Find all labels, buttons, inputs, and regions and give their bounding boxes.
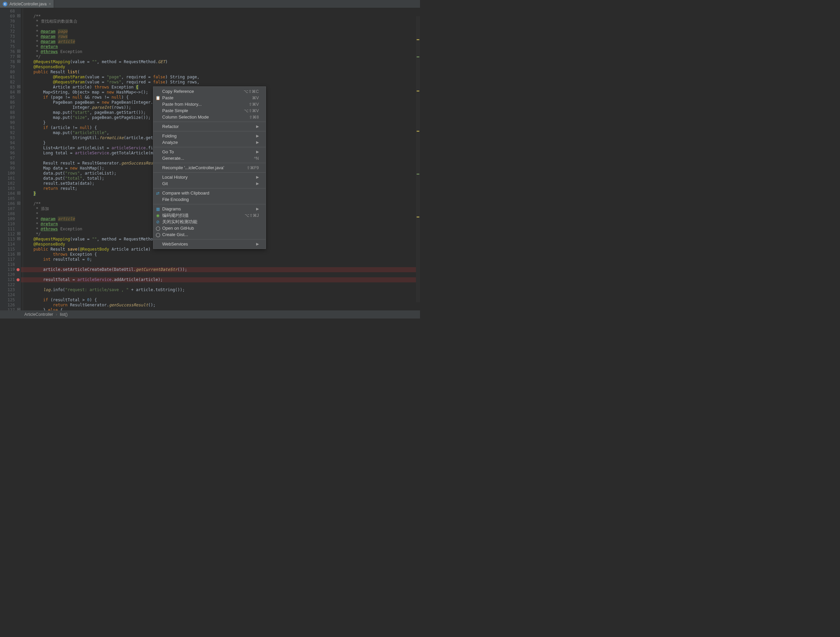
- line-number[interactable]: 99: [0, 166, 21, 171]
- menu-item[interactable]: Recompile '...icleController.java'⇧⌘F9: [153, 164, 265, 171]
- line-number[interactable]: 68: [0, 9, 21, 14]
- line-number[interactable]: 97: [0, 156, 21, 161]
- breakpoint-icon[interactable]: [17, 278, 20, 281]
- line-number[interactable]: 125: [0, 298, 21, 303]
- code-line[interactable]: /**: [24, 14, 420, 19]
- fold-icon[interactable]: −: [17, 252, 20, 255]
- line-number[interactable]: 78−: [0, 60, 21, 65]
- line-number[interactable]: 72: [0, 29, 21, 34]
- line-number[interactable]: 124: [0, 292, 21, 298]
- line-number[interactable]: 73: [0, 34, 21, 39]
- line-number[interactable]: 94: [0, 140, 21, 145]
- line-number[interactable]: 88: [0, 110, 21, 115]
- scrollbar-track[interactable]: [416, 16, 420, 302]
- line-number[interactable]: 80: [0, 69, 21, 75]
- line-number[interactable]: 100: [0, 171, 21, 176]
- line-number[interactable]: 92: [0, 130, 21, 136]
- menu-item[interactable]: ◉编码规约扫描⌥⇧⌘J: [153, 212, 265, 219]
- menu-item[interactable]: Copy Reference⌥⇧⌘C: [153, 88, 265, 95]
- line-number[interactable]: 79: [0, 65, 21, 69]
- menu-item[interactable]: ▦Diagrams▶: [153, 206, 265, 212]
- code-line[interactable]: if (resultTotal > 0) {: [24, 298, 420, 303]
- fold-icon[interactable]: −: [17, 55, 20, 58]
- menu-item[interactable]: Column Selection Mode⇧⌘8: [153, 114, 265, 120]
- line-number[interactable]: 126: [0, 303, 21, 308]
- line-number[interactable]: 74: [0, 39, 21, 44]
- breadcrumb-class[interactable]: ArticleController: [24, 312, 53, 317]
- code-line[interactable]: throws Exception {: [24, 252, 420, 257]
- menu-item[interactable]: ⊘关闭实时检测功能: [153, 219, 265, 225]
- line-number[interactable]: 105: [0, 196, 21, 201]
- code-line[interactable]: resultTotal = articleService.addArticle(…: [21, 277, 420, 282]
- fold-icon[interactable]: −: [17, 232, 20, 235]
- menu-item[interactable]: Paste from History...⇧⌘V: [153, 101, 265, 107]
- line-number[interactable]: 84−: [0, 90, 21, 95]
- line-number[interactable]: 108: [0, 211, 21, 216]
- fold-icon[interactable]: −: [17, 50, 20, 53]
- line-number[interactable]: 109: [0, 216, 21, 222]
- line-number[interactable]: 96: [0, 151, 21, 156]
- line-number[interactable]: 86: [0, 100, 21, 105]
- code-line[interactable]: @ResponseBody: [24, 65, 420, 69]
- code-line[interactable]: @RequestMapping(value = "", method = Req…: [24, 60, 420, 65]
- line-number[interactable]: 103: [0, 186, 21, 191]
- line-number[interactable]: 85: [0, 95, 21, 100]
- line-number[interactable]: 101: [0, 176, 21, 181]
- line-number[interactable]: 104−: [0, 191, 21, 196]
- code-line[interactable]: * @param article: [24, 39, 420, 44]
- fold-icon[interactable]: −: [17, 237, 20, 240]
- code-line[interactable]: log.info("request: article/save , " + ar…: [24, 287, 420, 292]
- code-line[interactable]: *: [24, 24, 420, 29]
- code-line[interactable]: article.setArticleCreateDate(DateUtil.ge…: [21, 267, 420, 272]
- breakpoint-icon[interactable]: [17, 268, 20, 271]
- menu-item[interactable]: Go To▶: [153, 148, 265, 155]
- line-number[interactable]: 114: [0, 242, 21, 247]
- line-number[interactable]: 70: [0, 19, 21, 24]
- menu-item[interactable]: Folding▶: [153, 133, 265, 139]
- code-line[interactable]: [24, 292, 420, 298]
- code-line[interactable]: public Result list(: [24, 69, 420, 75]
- code-line[interactable]: [24, 282, 420, 287]
- line-number[interactable]: 83−: [0, 85, 21, 90]
- line-number[interactable]: 77−: [0, 54, 21, 60]
- line-number[interactable]: 113−: [0, 237, 21, 242]
- line-number[interactable]: 106−: [0, 201, 21, 207]
- code-line[interactable]: * 查找相应的数据集合: [24, 19, 420, 24]
- line-number[interactable]: 90: [0, 120, 21, 125]
- menu-item[interactable]: Refactor▶: [153, 123, 265, 130]
- fold-icon[interactable]: −: [17, 85, 20, 88]
- line-number[interactable]: 69−: [0, 14, 21, 19]
- line-number[interactable]: 123: [0, 287, 21, 292]
- line-number[interactable]: 121: [0, 277, 21, 282]
- code-line[interactable]: @RequestParam(value = "rows", required =…: [24, 80, 420, 85]
- menu-item[interactable]: ⇄Compare with Clipboard: [153, 190, 265, 196]
- gutter[interactable]: 6869−70717273747576−77−78−7980818283−84−…: [0, 8, 21, 311]
- line-number[interactable]: 122: [0, 282, 21, 287]
- code-line[interactable]: * @param rows: [24, 34, 420, 39]
- menu-item[interactable]: WebServices▶: [153, 241, 265, 247]
- line-number[interactable]: 110: [0, 222, 21, 227]
- fold-icon[interactable]: −: [17, 90, 20, 93]
- line-number[interactable]: 102: [0, 181, 21, 186]
- line-number[interactable]: 112−: [0, 232, 21, 237]
- breadcrumb-method[interactable]: list(): [60, 312, 68, 317]
- code-line[interactable]: [24, 262, 420, 267]
- fold-icon[interactable]: −: [17, 60, 20, 63]
- line-number[interactable]: 91: [0, 125, 21, 130]
- line-number[interactable]: 119: [0, 267, 21, 272]
- menu-item[interactable]: Local History▶: [153, 174, 265, 180]
- code-line[interactable]: */: [24, 54, 420, 60]
- fold-icon[interactable]: −: [17, 202, 20, 205]
- line-number[interactable]: 118: [0, 262, 21, 267]
- code-line[interactable]: [24, 272, 420, 277]
- line-number[interactable]: 120: [0, 272, 21, 277]
- line-number[interactable]: 82: [0, 80, 21, 85]
- line-number[interactable]: 93: [0, 136, 21, 140]
- line-number[interactable]: 87: [0, 105, 21, 110]
- menu-item[interactable]: Paste Simple⌥⇧⌘V: [153, 107, 265, 114]
- code-line[interactable]: * @return: [24, 44, 420, 49]
- menu-item[interactable]: File Encoding: [153, 196, 265, 203]
- menu-item[interactable]: ◯Open on GitHub: [153, 225, 265, 231]
- line-number[interactable]: 115: [0, 247, 21, 252]
- menu-item[interactable]: Git▶: [153, 180, 265, 187]
